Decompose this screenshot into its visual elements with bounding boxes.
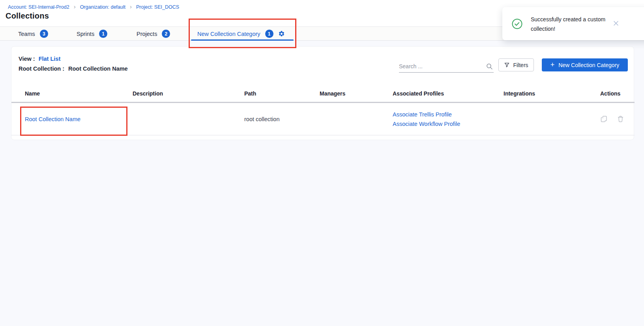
collection-path-cell: root collection [244, 116, 320, 122]
collections-content-card: View :Flat List Root Collection :Root Co… [11, 46, 634, 140]
root-collection-label: Root Collection : [19, 66, 64, 72]
tab-projects-label: Projects [137, 31, 157, 37]
tab-new-collection-category-label: New Collection Category [197, 31, 260, 37]
search-input[interactable] [399, 61, 482, 72]
breadcrumb-account-link[interactable]: Account: SEI-Internal-Prod2 [8, 4, 69, 10]
table-row: Root Collection Name root collection Ass… [11, 103, 635, 135]
success-check-icon [512, 19, 522, 29]
filters-button[interactable]: Filters [498, 58, 534, 71]
settings-gear-icon[interactable] [278, 30, 285, 37]
column-header-name: Name [25, 90, 133, 97]
tab-sprints[interactable]: Sprints 1 [77, 27, 107, 41]
associated-profiles-cell: Associate Trellis Profile Associate Work… [393, 111, 504, 127]
column-header-path: Path [244, 90, 320, 97]
tab-new-collection-category[interactable]: New Collection Category 1 [197, 27, 285, 41]
close-icon[interactable] [613, 20, 619, 26]
root-collection-value: Root Collection Name [68, 66, 128, 72]
view-row: View :Flat List [19, 56, 60, 62]
chevron-right-icon: › [74, 4, 76, 10]
filters-button-label: Filters [513, 62, 528, 68]
active-tab-underline [191, 39, 294, 41]
tab-teams-label: Teams [18, 31, 35, 37]
table-header: Name Description Path Managers Associate… [11, 85, 635, 103]
chevron-right-icon: › [130, 4, 132, 10]
delete-trash-icon[interactable] [617, 115, 624, 123]
column-header-associated-profiles: Associated Profiles [393, 90, 504, 97]
new-collection-category-button-label: New Collection Category [558, 62, 619, 68]
tab-sprints-label: Sprints [77, 31, 94, 37]
associate-trellis-profile-link[interactable]: Associate Trellis Profile [393, 111, 504, 118]
view-label: View : [19, 56, 35, 62]
tab-new-collection-category-count-badge: 1 [265, 30, 273, 38]
toast-message: Successfully created a custom collection… [531, 15, 618, 34]
tab-sprints-count-badge: 1 [99, 30, 107, 38]
collections-page: Account: SEI-Internal-Prod2 › Organizati… [0, 0, 644, 326]
column-header-actions: Actions [582, 90, 635, 97]
tab-teams[interactable]: Teams 3 [18, 27, 48, 41]
plus-icon: + [550, 61, 555, 69]
associate-workflow-profile-link[interactable]: Associate Workflow Profile [393, 121, 504, 127]
search-icon [486, 63, 493, 70]
tab-projects[interactable]: Projects 2 [137, 27, 170, 41]
breadcrumb-project-link[interactable]: Project: SEI_DOCS [136, 4, 179, 10]
column-header-integrations: Integrations [504, 90, 582, 97]
filter-funnel-icon [504, 62, 510, 68]
tab-teams-count-badge: 3 [40, 30, 48, 38]
root-collection-row: Root Collection :Root Collection Name [19, 66, 128, 72]
new-collection-category-button[interactable]: + New Collection Category [542, 58, 628, 71]
breadcrumb: Account: SEI-Internal-Prod2 › Organizati… [8, 4, 179, 10]
copy-icon[interactable] [600, 115, 608, 123]
collection-name-link[interactable]: Root Collection Name [25, 116, 80, 122]
column-header-managers: Managers [320, 90, 393, 97]
view-flat-list-link[interactable]: Flat List [39, 56, 61, 62]
tab-projects-count-badge: 2 [162, 30, 170, 38]
column-header-description: Description [133, 90, 244, 97]
success-toast: Successfully created a custom collection… [502, 7, 644, 40]
page-title: Collections [6, 11, 49, 21]
search-field [399, 61, 494, 73]
row-actions [600, 115, 635, 123]
breadcrumb-organization-link[interactable]: Organization: default [80, 4, 125, 10]
